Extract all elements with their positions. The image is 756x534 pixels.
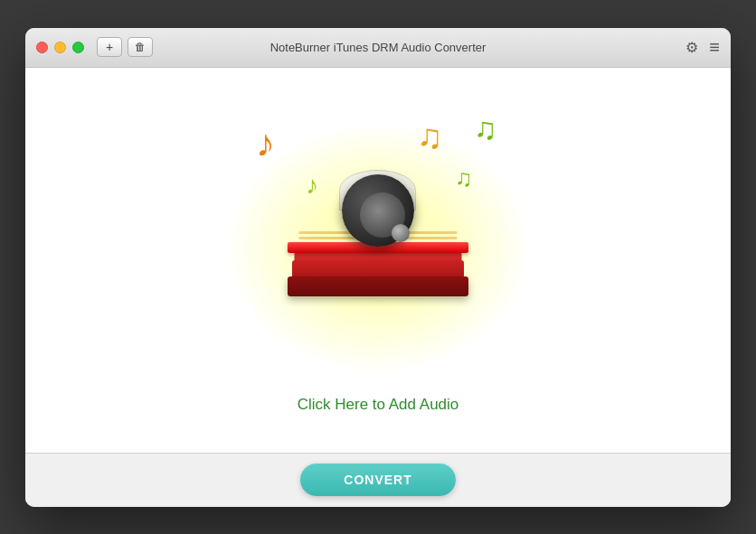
minimize-button[interactable] bbox=[54, 42, 66, 53]
titlebar: + 🗑 NoteBurner iTunes DRM Audio Converte… bbox=[25, 28, 731, 68]
music-note-5: ♫ bbox=[455, 163, 482, 192]
svg-text:♫: ♫ bbox=[474, 111, 497, 145]
music-note-3: ♫ bbox=[474, 108, 506, 145]
music-note-2: ♫ bbox=[417, 114, 455, 155]
gear-icon[interactable]: ⚙ bbox=[685, 39, 698, 56]
svg-text:♪: ♪ bbox=[256, 122, 275, 164]
svg-text:♪: ♪ bbox=[306, 171, 318, 199]
book-bottom bbox=[288, 276, 468, 296]
delete-icon: 🗑 bbox=[135, 41, 146, 53]
traffic-lights bbox=[36, 42, 84, 53]
speaker-cone bbox=[360, 192, 405, 238]
main-content[interactable]: ♪ ♫ ♫ ♪ ♫ bbox=[25, 68, 731, 453]
window-title: NoteBurner iTunes DRM Audio Converter bbox=[270, 41, 487, 54]
books-stack bbox=[288, 206, 468, 296]
app-window: + 🗑 NoteBurner iTunes DRM Audio Converte… bbox=[25, 28, 731, 507]
speaker-center bbox=[392, 224, 410, 242]
footer: CONVERT bbox=[25, 453, 731, 507]
speaker-body bbox=[342, 174, 414, 247]
books-speaker bbox=[288, 206, 468, 296]
menu-icon[interactable]: ≡ bbox=[709, 37, 720, 58]
illustration-area: ♪ ♫ ♫ ♪ ♫ bbox=[224, 107, 532, 378]
speaker bbox=[337, 170, 419, 251]
delete-button[interactable]: 🗑 bbox=[128, 37, 153, 57]
click-here-text[interactable]: Click Here to Add Audio bbox=[298, 396, 459, 414]
titlebar-right: ⚙ ≡ bbox=[685, 37, 720, 58]
maximize-button[interactable] bbox=[72, 42, 84, 53]
book-mid bbox=[292, 260, 464, 278]
close-button[interactable] bbox=[36, 42, 48, 53]
svg-text:♫: ♫ bbox=[417, 117, 443, 155]
titlebar-controls: + 🗑 bbox=[97, 37, 153, 57]
add-button[interactable]: + bbox=[97, 37, 122, 57]
music-note-1: ♪ bbox=[256, 120, 297, 165]
music-note-4: ♪ bbox=[306, 168, 333, 199]
svg-text:♫: ♫ bbox=[455, 164, 473, 192]
convert-button[interactable]: CONVERT bbox=[300, 464, 455, 496]
